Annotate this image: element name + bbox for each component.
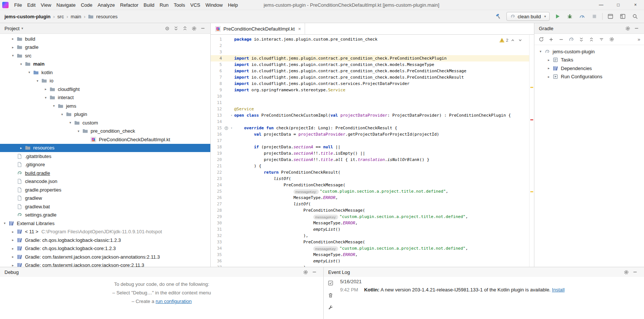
tree-item-kotlin[interactable]: ▾kotlin bbox=[0, 68, 210, 77]
layout-icon[interactable] bbox=[618, 12, 627, 21]
code-area[interactable]: 2 1package io.interact.jems.plugin.custo… bbox=[211, 35, 534, 267]
collapsed-chevron-icon[interactable]: ▸ bbox=[10, 45, 16, 49]
line-number[interactable]: 28 bbox=[211, 207, 223, 214]
collapsed-chevron-icon[interactable]: ▸ bbox=[10, 230, 16, 234]
code-line-20[interactable]: 20 projectData.sectionA!!.title.all { it… bbox=[211, 157, 534, 163]
code-line-10[interactable]: 10 bbox=[211, 93, 534, 100]
tree-item-gradle-com-fasterxml-jackson-core-jackson-annotations-2-11-3[interactable]: ▸Gradle: com.fasterxml.jackson.core:jack… bbox=[0, 253, 210, 261]
warning-stripe-mark[interactable] bbox=[530, 191, 533, 192]
line-number[interactable]: 36 bbox=[211, 258, 223, 264]
line-number[interactable]: 25 bbox=[211, 188, 223, 195]
install-link[interactable]: Install bbox=[552, 287, 565, 293]
close-button[interactable]: × bbox=[627, 0, 644, 10]
code-line-17[interactable]: 17 bbox=[211, 138, 534, 144]
collapsed-chevron-icon[interactable]: ▸ bbox=[10, 37, 16, 41]
menu-code[interactable]: Code bbox=[78, 0, 95, 10]
fold-icon[interactable]: ▾ bbox=[229, 125, 234, 131]
editor-tab[interactable]: PreConditionCheckDefaultImpl.kt × bbox=[211, 23, 305, 34]
hide-panel-icon[interactable] bbox=[632, 24, 641, 33]
menu-tools[interactable]: Tools bbox=[171, 0, 188, 10]
fold-icon[interactable]: ▾ bbox=[229, 112, 234, 119]
code-line-7[interactable]: 7import io.cloudflight.jems.plugin.contr… bbox=[211, 74, 534, 80]
tree-item-pre-condition-check[interactable]: ▾pre_condition_check bbox=[0, 127, 210, 136]
tree-item-gradle-ch-qos-logback-logback-core-1-2-3[interactable]: ▸Gradle: ch.qos.logback:logback-core:1.2… bbox=[0, 244, 210, 253]
code-line-33[interactable]: 33 PreConditionCheckMessage( bbox=[211, 239, 534, 245]
collapse-all-icon[interactable] bbox=[587, 35, 596, 44]
code-line-34[interactable]: 34 messageKey:"custom.plugin.section.a.p… bbox=[211, 245, 534, 252]
tree-item-external-libraries[interactable]: ▾External Libraries bbox=[0, 219, 210, 228]
expand-all-icon[interactable] bbox=[577, 35, 586, 44]
collapsed-chevron-icon[interactable]: ▸ bbox=[10, 247, 16, 250]
tree-item-gradlew-bat[interactable]: gradlew.bat bbox=[0, 202, 210, 211]
event-log-title[interactable]: Event Log bbox=[328, 269, 350, 275]
tree-item-gradlew[interactable]: gradlew bbox=[0, 194, 210, 203]
code-line-4[interactable]: 4import io.cloudflight.jems.plugin.contr… bbox=[211, 55, 534, 61]
reload-gradle-projects-icon[interactable] bbox=[537, 35, 546, 44]
tree-item-dependencies[interactable]: ▸Dependencies bbox=[534, 64, 644, 73]
code-line-30[interactable]: 30 MessageType.ERROR, bbox=[211, 220, 534, 226]
menu-view[interactable]: View bbox=[38, 0, 54, 10]
code-line-31[interactable]: 31 emptyList() bbox=[211, 226, 534, 233]
line-number[interactable]: 8 bbox=[211, 80, 223, 87]
code-line-27[interactable]: 27 listOf( bbox=[211, 201, 534, 207]
code-line-22[interactable]: 22 return PreConditionCheckResult( bbox=[211, 169, 534, 176]
collapsed-chevron-icon[interactable]: ▸ bbox=[10, 263, 16, 267]
line-number[interactable]: 5 bbox=[211, 61, 223, 68]
code-line-36[interactable]: 36 emptyList() bbox=[211, 258, 534, 264]
tree-item-jems-custom-plugin[interactable]: ▾jems-custom-plugin bbox=[534, 47, 644, 56]
tree-item-plugin[interactable]: ▾plugin bbox=[0, 110, 210, 119]
filter-icon[interactable] bbox=[597, 35, 606, 44]
build-hammer-icon[interactable] bbox=[494, 12, 503, 21]
tree-item-build[interactable]: ▸build bbox=[0, 35, 210, 43]
line-number[interactable]: 12 bbox=[211, 106, 223, 112]
line-number[interactable]: 26 bbox=[211, 195, 223, 201]
line-number[interactable]: 19 bbox=[211, 150, 223, 157]
line-number[interactable]: 37 bbox=[211, 264, 223, 267]
code-line-16[interactable]: 16 val projectData = projectDataProvider… bbox=[211, 131, 534, 138]
tree-item-gitignore[interactable]: .gitignore bbox=[0, 161, 210, 169]
expanded-chevron-icon[interactable]: ▾ bbox=[59, 113, 65, 116]
tree-item-gradle-com-fasterxml-jackson-core-jackson-core-2-11-3[interactable]: ▸Gradle: com.fasterxml.jackson.core:jack… bbox=[0, 261, 210, 267]
project-panel-title[interactable]: Project bbox=[4, 26, 19, 31]
collapsed-chevron-icon[interactable]: ▸ bbox=[10, 238, 16, 242]
previous-problem-icon[interactable] bbox=[510, 37, 516, 43]
line-number[interactable]: 35 bbox=[211, 252, 223, 258]
line-number[interactable]: 6 bbox=[211, 68, 223, 74]
run-configuration-combo[interactable]: clean build ▾ bbox=[506, 12, 550, 21]
line-number[interactable]: 20 bbox=[211, 157, 223, 163]
next-problem-icon[interactable] bbox=[517, 37, 523, 43]
line-number[interactable]: 34 bbox=[211, 245, 223, 252]
tree-item-cleancode-json[interactable]: cleancode.json bbox=[0, 177, 210, 186]
line-number[interactable]: 29 bbox=[211, 214, 223, 220]
settings-gear-icon[interactable] bbox=[301, 268, 310, 277]
error-stripe[interactable] bbox=[529, 35, 534, 267]
code-line-18[interactable]: 18 if (projectData.sectionA == null || bbox=[211, 144, 534, 150]
hide-panel-icon[interactable] bbox=[310, 268, 319, 277]
attach-gradle-project-icon[interactable] bbox=[547, 35, 556, 44]
debug-panel-title[interactable]: Debug bbox=[4, 269, 19, 275]
code-line-8[interactable]: 8import io.cloudflight.jems.plugin.contr… bbox=[211, 80, 534, 87]
menu-help[interactable]: Help bbox=[225, 0, 241, 10]
code-line-12[interactable]: 12@Service bbox=[211, 106, 534, 112]
line-number[interactable]: 32 bbox=[211, 233, 223, 239]
detach-gradle-project-icon[interactable] bbox=[557, 35, 566, 44]
line-number[interactable]: 33 bbox=[211, 239, 223, 245]
inspection-widget[interactable]: 2 bbox=[497, 37, 525, 44]
tool-window-icon[interactable] bbox=[606, 12, 615, 21]
line-number[interactable]: 1 bbox=[211, 36, 223, 42]
collapsed-chevron-icon[interactable]: ▸ bbox=[546, 75, 552, 79]
hide-panel-icon[interactable] bbox=[198, 24, 207, 33]
breadcrumb-item[interactable]: resources bbox=[96, 14, 117, 19]
tree-item-jems[interactable]: ▾jems bbox=[0, 102, 210, 110]
tree-item-resources[interactable]: ▸resources bbox=[0, 144, 210, 152]
menu-window[interactable]: Window bbox=[203, 0, 225, 10]
line-number[interactable]: 16 bbox=[211, 131, 223, 138]
settings-gear-icon[interactable] bbox=[623, 24, 632, 33]
tree-item-cloudflight[interactable]: ▸cloudflight bbox=[0, 85, 210, 94]
expanded-chevron-icon[interactable]: ▾ bbox=[26, 70, 32, 74]
profiler-button[interactable] bbox=[578, 12, 587, 21]
menu-analyze[interactable]: Analyze bbox=[95, 0, 117, 10]
code-line-37[interactable]: 37 ) bbox=[211, 264, 534, 267]
run-configuration-link[interactable]: run configuration bbox=[155, 299, 192, 304]
expanded-chevron-icon[interactable]: ▾ bbox=[51, 104, 57, 108]
